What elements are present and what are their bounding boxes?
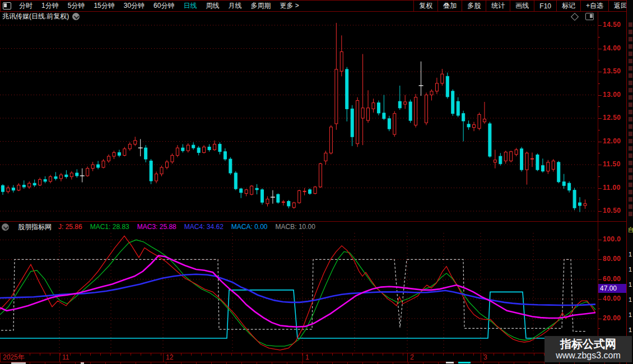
price-tick [598,72,602,72]
toolbar-button-统计[interactable]: 统计 [486,1,510,11]
right-edge-clipped-panel: 自 1111111 [626,0,633,364]
toolbar-item-30分钟[interactable]: 30分钟 [119,1,149,11]
axis-frame-line [598,12,598,361]
toolbar-item-周线[interactable]: 周线 [201,1,224,11]
chart-titlebar: 兆讯传媒(日线.前复权) [0,12,626,21]
clipped-cyan-fragment [458,362,471,363]
time-label-2025年: 2025年 [0,353,59,362]
price-tick [598,165,602,165]
toolbar-item-5分钟[interactable]: 5分钟 [63,1,90,11]
indicator-chevron-icon[interactable] [2,223,9,231]
reading-MAC4: MAC4: 34.62 [184,223,224,231]
top-toolbar: 分时1分钟5分钟15分钟30分钟60分钟日线周线月线多周期更多 > 复权叠加多股… [0,0,633,12]
reading-MAC1: MAC1: 28.83 [90,223,129,231]
bottom-clipped-row [0,362,626,364]
toolbar-item-日线[interactable]: 日线 [179,1,201,11]
strip-char: 自 [628,226,633,234]
period-menu: 分时1分钟5分钟15分钟30分钟60分钟日线周线月线多周期更多 > [1,1,304,11]
watermark-url: www.zbgs3.com [556,350,621,361]
indicator-label-60.00: 60.00 [603,275,621,283]
indicator-tick [598,279,602,280]
strip-digit: 1 [629,266,632,273]
price-gridlines [0,25,597,211]
price-tick [598,49,602,49]
indicator-label-20.00: 20.00 [603,314,621,322]
price-label-10.50: 10.50 [603,207,621,214]
time-axis: 2025年1112123 [0,353,626,362]
price-tick [598,188,602,189]
candles-layer [2,23,587,212]
toolbar-item-1分钟[interactable]: 1分钟 [37,1,63,11]
time-label-11: 11 [59,353,163,362]
indicator-chart[interactable] [0,232,598,353]
indicator-source: 股朋指标网 [18,222,52,232]
titlebar-icons [572,13,594,20]
toolbar-button-复权[interactable]: 复权 [413,1,437,11]
reading-MACB: MACB: 10.00 [276,223,315,231]
panel-divider[interactable] [0,221,626,222]
reading-MAC3: MAC3: 25.88 [137,223,176,231]
current-value-badge: 47.00 [598,284,627,293]
price-label-14.00: 14.00 [603,44,621,52]
indicator-label-100.0: 100.0 [603,235,621,243]
indicator-tick [598,299,602,300]
toolbar-item-多周期[interactable]: 多周期 [246,1,275,11]
diamond-icon[interactable] [571,12,579,20]
watermark: 指标公式网 www.zbgs3.com [544,336,632,362]
main-candlestick-chart[interactable] [0,21,598,221]
toolbar-item-更多 >[interactable]: 更多 > [275,1,303,11]
layout-panel-icon[interactable] [585,13,594,20]
toolbar-item-月线[interactable]: 月线 [224,1,246,11]
toolbar-item-15分钟[interactable]: 15分钟 [89,1,119,11]
toolbar-button-标记[interactable]: 标记 [556,1,580,11]
strip-digit: 1 [629,296,632,303]
toolbar-button-叠加[interactable]: 叠加 [437,1,462,11]
indicator-tick [598,319,602,319]
indicator-tick [598,240,602,240]
price-tick [598,118,602,119]
time-label-12: 12 [163,353,302,362]
price-label-12.00: 12.00 [603,137,621,145]
price-tick [598,142,602,142]
toolbar-button-+自选[interactable]: +自选 [580,1,608,11]
series-MAC3-magenta [0,255,595,326]
indicator-readings: J: 25.86MAC1: 28.83MAC3: 25.88MAC4: 34.6… [58,223,315,231]
toolbar-button-多股[interactable]: 多股 [462,1,486,11]
price-tick [598,211,602,212]
stock-title: 兆讯传媒(日线.前复权) [2,12,69,21]
reading-J: J: 25.86 [58,223,82,231]
strip-digit: 1 [629,311,632,318]
window-split-icon[interactable] [3,2,11,10]
toolbar-button-F10[interactable]: F10 [534,1,556,11]
time-label-2: 2 [407,353,481,362]
series-MACA-step [0,290,597,338]
tool-menu: 复权叠加多股统计画线F10标记+自选返回 [413,1,632,11]
time-label-1: 1 [302,353,407,362]
indicator-tick [598,259,602,260]
indicator-label-80.00: 80.00 [603,255,621,263]
price-label-13.50: 13.50 [603,67,621,75]
app-window: 分时1分钟5分钟15分钟30分钟60分钟日线周线月线多周期更多 > 复权叠加多股… [0,0,633,364]
price-label-11.50: 11.50 [603,160,621,168]
strip-digit: 1 [629,281,632,288]
strip-digit: 1 [629,326,632,333]
price-label-13.00: 13.00 [603,91,621,99]
price-label-14.50: 14.50 [603,21,621,29]
price-label-12.50: 12.50 [603,114,621,122]
clipped-glyph-fragments [629,22,632,218]
indicator-label-40.00: 40.00 [603,295,621,302]
toolbar-item-分时[interactable]: 分时 [15,1,37,11]
watermark-title: 指标公式网 [560,338,616,350]
clipped-text-fragment [446,362,454,363]
reading-MACA: MACA: 0.00 [231,223,268,231]
strip-digit: 1 [629,251,632,258]
price-label-11.00: 11.00 [603,184,621,192]
chevron-down-icon[interactable] [72,13,80,20]
price-tick [598,25,602,26]
indicator-header: 股朋指标网 J: 25.86MAC1: 28.83MAC3: 25.88MAC4… [0,222,315,231]
toolbar-item-60分钟[interactable]: 60分钟 [149,1,179,11]
price-tick [598,95,602,96]
indicator-hgrid [0,240,597,319]
toolbar-button-画线[interactable]: 画线 [510,1,534,11]
